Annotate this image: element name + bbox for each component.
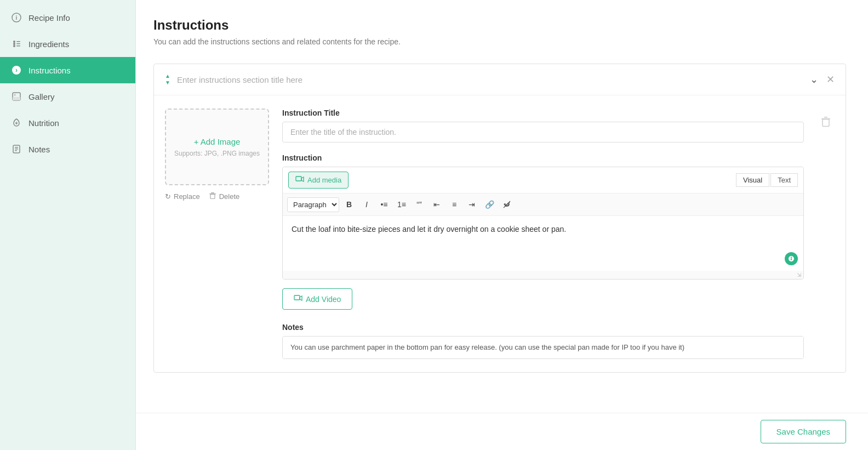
svg-rect-20	[296, 176, 301, 181]
editor-content: Cut the loaf into bite-size pieces and l…	[292, 225, 566, 233]
italic-button[interactable]: I	[359, 197, 374, 212]
visual-text-tabs: Visual Text	[736, 173, 798, 187]
sidebar-item-label: Nutrition	[28, 118, 59, 128]
section-title-input[interactable]	[177, 75, 835, 84]
replace-image-button[interactable]: ↻ Replace	[165, 192, 200, 201]
instruction-section-box: ▲ ▼ ⌄ ✕ + Add Image Supports: JPG, .PNG …	[153, 64, 846, 373]
notes-text[interactable]: You can use parchment paper in the botto…	[283, 337, 803, 358]
gallery-icon	[11, 91, 22, 102]
grammarly-button[interactable]	[785, 252, 798, 265]
svg-rect-5	[16, 41, 20, 42]
sidebar-item-label: Notes	[28, 145, 50, 154]
ordered-list-button[interactable]: 1≡	[394, 197, 409, 212]
unordered-list-button[interactable]: •≡	[376, 197, 392, 212]
arrow-up-icon[interactable]: ▲	[165, 73, 170, 79]
resize-handle[interactable]: ⇲	[283, 271, 803, 279]
add-image-button[interactable]: + Add Image	[194, 137, 241, 146]
svg-rect-11	[13, 97, 20, 100]
add-video-button[interactable]: Add Video	[282, 288, 352, 310]
save-changes-button[interactable]: Save Changes	[761, 420, 846, 443]
media-icon	[295, 175, 304, 185]
section-body: + Add Image Supports: JPG, .PNG images ↻…	[154, 95, 846, 372]
instruction-form: Instruction Title Instruction	[282, 109, 804, 359]
link-button[interactable]: 🔗	[482, 197, 497, 212]
unlink-button[interactable]	[499, 197, 515, 212]
editor-top-bar: Add media Visual Text	[283, 167, 803, 193]
sidebar-item-label: Ingredients	[28, 39, 69, 49]
sidebar-item-label: Recipe Info	[28, 13, 70, 22]
sidebar-item-recipe-info[interactable]: i Recipe Info	[0, 4, 135, 31]
svg-rect-16	[15, 150, 17, 151]
footer-bar: Save Changes	[136, 413, 868, 450]
sidebar: i Recipe Info Ingredients › Instructions	[0, 0, 136, 450]
svg-point-4	[13, 45, 15, 47]
sidebar-item-notes[interactable]: Notes	[0, 136, 135, 162]
notes-textarea-wrapper: You can use parchment paper in the botto…	[282, 336, 804, 359]
svg-point-12	[14, 94, 16, 96]
svg-rect-18	[211, 192, 214, 193]
instruction-editor: Add media Visual Text Paragraph B	[282, 167, 804, 280]
arrow-down-icon[interactable]: ▼	[165, 79, 170, 86]
svg-text:i: i	[16, 15, 18, 21]
image-upload-area: + Add Image Supports: JPG, .PNG images ↻…	[165, 109, 269, 359]
svg-rect-14	[15, 147, 18, 148]
instruction-title-label: Instruction Title	[282, 109, 804, 117]
info-icon: i	[11, 12, 22, 23]
text-tab[interactable]: Text	[770, 173, 798, 187]
svg-rect-15	[15, 149, 18, 150]
ingredients-icon	[11, 38, 22, 49]
section-reorder-arrows[interactable]: ▲ ▼	[165, 73, 170, 86]
delete-image-button[interactable]: Delete	[209, 192, 240, 201]
section-expand-chevron[interactable]: ⌄	[810, 73, 818, 86]
svg-rect-24	[824, 117, 827, 118]
instruction-body-label: Instruction	[282, 153, 804, 162]
instruction-title-input[interactable]	[282, 122, 804, 143]
image-dropzone[interactable]: + Add Image Supports: JPG, .PNG images	[165, 109, 269, 185]
paragraph-select[interactable]: Paragraph	[287, 197, 339, 212]
editor-toolbar: Paragraph B I •≡ 1≡ “” ⇤ ≡ ⇥ 🔗	[283, 193, 803, 216]
svg-point-3	[13, 43, 15, 45]
replace-icon: ↻	[165, 192, 171, 201]
page-title: Instructions	[153, 18, 846, 33]
delete-row-button[interactable]	[817, 113, 835, 130]
sidebar-item-label: Gallery	[28, 92, 55, 101]
page-subtitle: You can add the instructions sections an…	[153, 37, 846, 46]
sidebar-item-gallery[interactable]: Gallery	[0, 83, 135, 110]
section-header: ▲ ▼ ⌄ ✕	[154, 64, 846, 95]
sidebar-item-instructions[interactable]: › Instructions	[0, 57, 135, 83]
main-content-area: Instructions You can add the instruction…	[136, 0, 868, 450]
bold-button[interactable]: B	[341, 197, 357, 212]
notes-label: Notes	[282, 323, 804, 332]
svg-point-2	[13, 41, 15, 43]
svg-rect-7	[16, 45, 20, 47]
sidebar-item-label: Instructions	[28, 66, 71, 75]
align-left-button[interactable]: ⇤	[429, 197, 444, 212]
visual-tab[interactable]: Visual	[736, 173, 769, 187]
sidebar-item-nutrition[interactable]: Nutrition	[0, 110, 135, 136]
nutrition-icon	[11, 117, 22, 128]
image-support-text: Supports: JPG, .PNG images	[174, 150, 260, 157]
notes-icon	[11, 144, 22, 155]
sidebar-item-ingredients[interactable]: Ingredients	[0, 31, 135, 57]
align-right-button[interactable]: ⇥	[464, 197, 479, 212]
image-actions: ↻ Replace Delete	[165, 192, 269, 201]
video-icon	[294, 294, 302, 304]
svg-rect-19	[210, 195, 215, 199]
svg-rect-25	[823, 119, 829, 127]
instructions-icon: ›	[11, 65, 22, 76]
section-close-button[interactable]: ✕	[826, 73, 835, 86]
delete-icon	[209, 192, 216, 201]
svg-text:›: ›	[15, 66, 18, 74]
svg-rect-6	[16, 43, 20, 44]
align-center-button[interactable]: ≡	[447, 197, 462, 212]
editor-body[interactable]: Cut the loaf into bite-size pieces and l…	[283, 216, 803, 271]
svg-rect-22	[294, 295, 300, 300]
add-media-button[interactable]: Add media	[288, 172, 349, 189]
blockquote-button[interactable]: “”	[412, 197, 427, 212]
notes-section: Notes You can use parchment paper in the…	[282, 323, 804, 359]
